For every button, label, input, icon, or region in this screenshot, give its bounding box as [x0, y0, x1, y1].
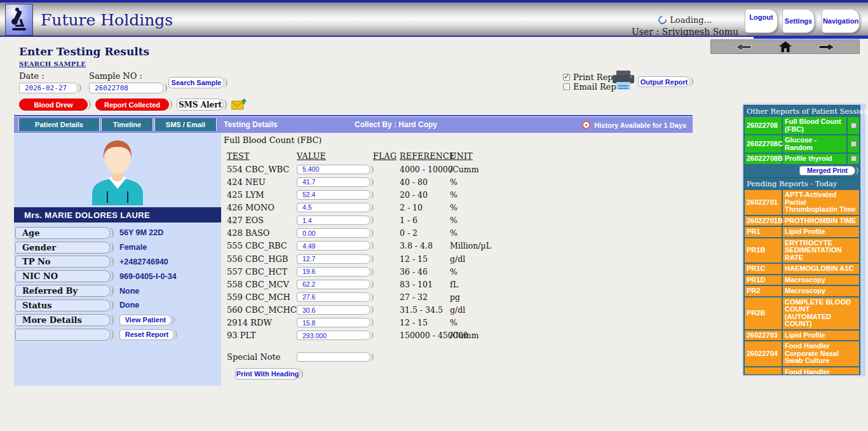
test-name: 426 MONO	[224, 203, 297, 212]
pending-report-name: HAEMOGLOBIN A1C	[783, 264, 859, 274]
tab-sms-email[interactable]: SMS / Email	[155, 118, 216, 131]
patient-field-label: Status	[15, 299, 111, 311]
unit-label: %	[450, 216, 694, 225]
home-icon[interactable]	[779, 41, 792, 52]
view-patient-button[interactable]: View Patient	[119, 315, 172, 325]
email-report-checkbox[interactable]	[563, 83, 570, 90]
reference-range: 40 - 80	[400, 177, 450, 187]
value-input[interactable]: 30.6	[297, 305, 370, 315]
sample-actions-row: Blood Drew Report Collected SMS Alert	[19, 99, 247, 111]
value-input[interactable]: 5.400	[297, 165, 370, 174]
logout-button[interactable]: Logout	[745, 9, 778, 33]
result-row: 425 LYM 52.4 20 - 40 %	[224, 188, 694, 201]
patient-field-row: NIC NO 969-0405-I-0-34	[15, 269, 220, 284]
pending-report-id: 26022701B	[745, 216, 782, 226]
patient-panel: Mrs. MARIE DOLORES LAURE Age 56Y 9M 22D …	[14, 133, 221, 386]
unit-label: Million/µL	[450, 241, 694, 250]
merged-print-button[interactable]: Merged Print	[799, 166, 855, 175]
other-report-row[interactable]: 26022708 Full Blood Count (FBC)	[745, 117, 859, 134]
value-input[interactable]: 4.49	[297, 241, 370, 250]
pending-report-row[interactable]: PR1D Macroscopy	[745, 275, 859, 285]
pending-report-row[interactable]: 26022704 Food Handler Corporate Nasal Sw…	[745, 341, 859, 366]
report-name: Glucose - Random	[783, 135, 846, 153]
tab-patient-details[interactable]: Patient Details	[19, 118, 99, 131]
history-navigation-bar	[710, 39, 860, 54]
test-name: 425 LYM	[224, 190, 297, 200]
output-report-button[interactable]: Output Report	[638, 76, 690, 87]
value-input[interactable]: 0.00	[297, 228, 370, 238]
value-input[interactable]: 52.4	[297, 190, 370, 200]
email-icon[interactable]	[231, 99, 247, 111]
report-id: 26022708	[745, 117, 782, 134]
pending-report-row[interactable]: 26022703 Lipid Profile	[745, 331, 859, 341]
report-select-checkbox[interactable]	[851, 156, 857, 161]
pending-report-row[interactable]: 26022701B PROTHROMBIN TIME	[745, 216, 859, 226]
result-row: 560 CBC_MCHC 30.6 31.5 - 34.5 g/dl	[224, 304, 694, 317]
sample-no-input[interactable]: 26022708	[89, 83, 164, 93]
report-select-checkbox[interactable]	[851, 141, 857, 147]
patient-name: Mrs. MARIE DOLORES LAURE	[14, 207, 221, 222]
pending-report-row[interactable]: PR2 Macroscopy	[745, 286, 859, 296]
print-report-checkbox[interactable]	[563, 74, 570, 81]
pending-report-row[interactable]: PR1 Lipid Profile	[745, 227, 859, 237]
unit-label: g/dl	[450, 254, 694, 264]
patient-field-label: Gender	[15, 242, 111, 254]
test-name: 555 CBC_RBC	[224, 241, 297, 250]
date-input[interactable]: 2026-02-27	[19, 83, 78, 93]
unit-label: %	[450, 267, 694, 277]
search-sample-button[interactable]: Search Sample	[168, 77, 224, 88]
value-input[interactable]: 19.6	[297, 267, 370, 277]
other-report-row[interactable]: 26022708C Glucose - Random	[745, 135, 859, 153]
report-select-checkbox[interactable]	[851, 123, 857, 128]
result-row: 557 CBC_HCT 19.6 36 - 46 %	[224, 265, 694, 278]
pending-report-id: PR1B	[745, 238, 782, 263]
pending-report-row[interactable]: PR2B COMPLETE BLOOD COUNT (AUTOMATED COU…	[745, 298, 859, 329]
value-input[interactable]: 41.7	[297, 177, 370, 187]
pending-report-row[interactable]: Food Handler	[745, 367, 859, 376]
forward-arrow-icon[interactable]	[818, 43, 835, 51]
value-input[interactable]: 1.4	[297, 216, 370, 225]
reference-range: 27 - 32	[400, 292, 450, 302]
value-input[interactable]: 4.5	[297, 203, 370, 212]
test-name: 93 PLT	[224, 331, 297, 340]
navigation-button[interactable]: Navigation	[822, 9, 860, 33]
pending-report-name: Macroscopy	[783, 275, 859, 285]
value-input[interactable]: 15.8	[297, 318, 370, 327]
special-note-label: Special Note	[224, 352, 297, 362]
pending-report-row[interactable]: 26022701 APTT-Activated Partial Thrombop…	[745, 190, 859, 215]
pending-report-name: Lipid Profile	[783, 331, 859, 341]
pending-report-row[interactable]: PR1C HAEMOGLOBIN A1C	[745, 264, 859, 274]
reset-report-button[interactable]: Reset Report	[119, 329, 174, 340]
patient-field-value: None	[119, 287, 139, 296]
blood-drew-button[interactable]: Blood Drew	[19, 99, 88, 111]
value-input[interactable]: 62.2	[297, 280, 370, 289]
patient-field-value: +2482746940	[119, 257, 168, 266]
settings-button[interactable]: Settings	[782, 9, 815, 33]
value-input[interactable]: 27.6	[297, 292, 370, 302]
patient-field-value: Done	[119, 301, 139, 310]
page-title: Enter Testing Results	[19, 45, 149, 58]
sms-alert-button[interactable]: SMS Alert	[177, 99, 224, 111]
testing-details-panel: Full Blood Count (FBC) TEST VALUE FLAG R…	[224, 135, 694, 380]
col-unit: UNIT	[450, 151, 473, 161]
other-report-row[interactable]: 26022708B Profile thyroid	[745, 154, 859, 164]
results-table-header: TEST VALUE FLAG REFERENCE UNIT	[224, 151, 694, 163]
pending-report-name: Macroscopy	[783, 286, 859, 296]
reference-range: 83 - 101	[400, 280, 450, 289]
back-arrow-icon[interactable]	[735, 43, 752, 51]
test-name: 558 CBC_MCV	[224, 280, 297, 289]
test-name: 554 CBC_WBC	[224, 165, 297, 174]
printer-icon	[611, 70, 635, 94]
test-name: 557 CBC_HCT	[224, 267, 297, 277]
value-input[interactable]: 12.7	[297, 254, 370, 264]
special-note-input[interactable]	[297, 352, 370, 362]
tab-timeline[interactable]: Timeline	[102, 118, 153, 131]
reference-range: 4000 - 10000	[400, 165, 450, 174]
report-collected-button[interactable]: Report Collected	[95, 99, 169, 111]
search-sample-link[interactable]: SEARCH SAMPLE	[19, 60, 86, 67]
result-row: 555 CBC_RBC 4.49 3.8 - 4.8 Million/µL	[224, 240, 694, 252]
print-with-heading-button[interactable]: Print With Heading	[235, 368, 300, 380]
pending-reports-list: 26022701 APTT-Activated Partial Thrombop…	[745, 190, 859, 375]
pending-report-row[interactable]: PR1B ERYTROCYTE SEDIMENTATION RATE	[745, 238, 859, 263]
value-input[interactable]: 293.000	[297, 331, 370, 340]
